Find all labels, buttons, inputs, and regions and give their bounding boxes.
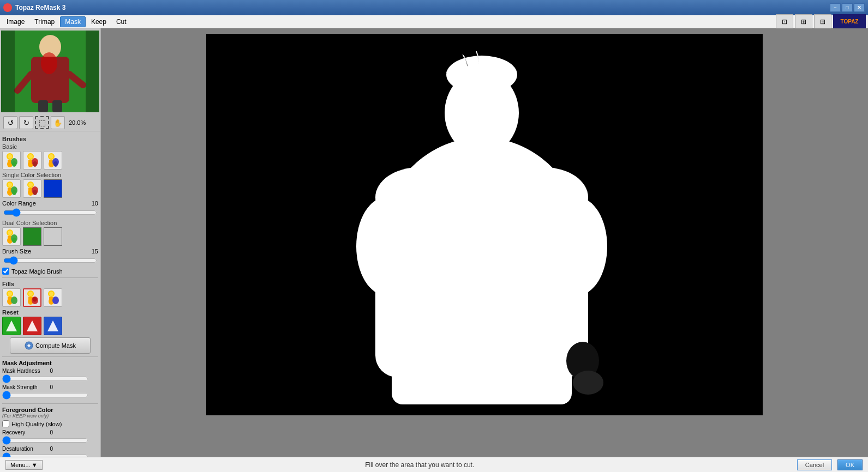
app-title: Topaz ReMask 3 bbox=[15, 4, 830, 11]
canvas-area[interactable] bbox=[101, 28, 868, 457]
svg-point-74 bbox=[384, 328, 411, 350]
rect-select-button[interactable]: ⬚ bbox=[35, 116, 49, 129]
unknown-brush-icon bbox=[45, 152, 61, 168]
menu-item-cut[interactable]: Cut bbox=[112, 17, 131, 27]
maximize-button[interactable]: □ bbox=[842, 3, 853, 12]
keep-brush-icon bbox=[3, 152, 20, 168]
hardness-row: Mask Hardness 0 bbox=[2, 368, 98, 374]
single-color-row bbox=[2, 179, 98, 198]
mask-adj-label: Mask Adjustment bbox=[2, 360, 98, 366]
preview-person-svg bbox=[1, 31, 99, 112]
recovery-slider[interactable] bbox=[2, 437, 88, 444]
reset-row bbox=[2, 317, 98, 335]
dual-color-row bbox=[2, 227, 98, 246]
dual-color-label: Dual Color Selection bbox=[2, 220, 98, 226]
fill-keep-btn[interactable] bbox=[2, 288, 21, 307]
reset-blue-icon bbox=[45, 318, 61, 334]
cancel-button[interactable]: Cancel bbox=[797, 459, 832, 470]
svg-point-18 bbox=[28, 154, 33, 159]
color-range-slider[interactable] bbox=[3, 209, 97, 216]
svg-rect-7 bbox=[1, 31, 15, 112]
view-icon-2[interactable]: ⊞ bbox=[795, 14, 812, 29]
recovery-label: Recovery bbox=[2, 429, 40, 435]
svg-point-30 bbox=[8, 183, 12, 187]
svg-point-69 bbox=[547, 197, 607, 295]
dual-swatch-gray[interactable] bbox=[44, 227, 62, 246]
preview-image[interactable] bbox=[1, 31, 99, 112]
mask-canvas[interactable] bbox=[206, 34, 763, 415]
svg-rect-5 bbox=[38, 100, 48, 112]
svg-point-36 bbox=[28, 183, 33, 187]
keep-brush-btn[interactable] bbox=[2, 151, 21, 170]
reset-blue-btn[interactable] bbox=[44, 317, 62, 335]
minimize-button[interactable]: − bbox=[830, 3, 841, 12]
brush-size-slider[interactable] bbox=[3, 257, 97, 264]
high-quality-checkbox[interactable] bbox=[2, 420, 9, 427]
fill-cut-btn[interactable] bbox=[23, 288, 41, 307]
hardness-slider[interactable] bbox=[2, 376, 88, 382]
dc-brush-btn[interactable] bbox=[2, 227, 21, 246]
menu-button[interactable]: Menu... ▼ bbox=[5, 460, 43, 470]
fill-unknown-btn[interactable] bbox=[44, 288, 62, 307]
redo-button[interactable]: ↻ bbox=[19, 116, 33, 129]
brush-size-row: Brush Size 15 bbox=[2, 248, 98, 255]
high-quality-row: High Quality (slow) bbox=[2, 420, 98, 427]
strength-slider[interactable] bbox=[2, 392, 88, 398]
sidebar-scroll[interactable]: Brushes Basic bbox=[0, 131, 100, 457]
unknown-brush-btn[interactable] bbox=[44, 151, 62, 170]
svg-rect-8 bbox=[86, 31, 99, 112]
dual-swatch-green[interactable] bbox=[23, 227, 41, 246]
cut-brush-btn[interactable] bbox=[23, 151, 41, 170]
undo-button[interactable]: ↺ bbox=[3, 116, 17, 129]
magic-brush-checkbox[interactable] bbox=[2, 268, 9, 275]
strength-label: Mask Strength bbox=[2, 384, 40, 390]
svg-point-58 bbox=[49, 292, 53, 296]
compute-mask-button[interactable]: Compute Mask bbox=[10, 337, 91, 354]
sc-cut-btn[interactable] bbox=[23, 179, 41, 198]
divider-2 bbox=[2, 356, 98, 357]
compute-mask-icon bbox=[25, 341, 33, 350]
svg-point-59 bbox=[52, 296, 59, 304]
svg-point-20 bbox=[33, 161, 37, 167]
dc-brush-icon bbox=[3, 228, 20, 245]
hardness-label: Mask Hardness bbox=[2, 368, 40, 374]
reset-green-btn[interactable] bbox=[2, 317, 21, 335]
sc-keep-btn[interactable] bbox=[2, 179, 21, 198]
status-message: Fill over the area that you want to cut. bbox=[48, 461, 792, 469]
close-button[interactable]: ✕ bbox=[854, 3, 865, 12]
fill-cut-icon bbox=[24, 289, 40, 306]
svg-point-4 bbox=[41, 52, 57, 74]
ok-button[interactable]: OK bbox=[837, 459, 863, 470]
basic-label: Basic bbox=[2, 143, 98, 150]
high-quality-label[interactable]: High Quality (slow) bbox=[11, 421, 62, 427]
svg-point-48 bbox=[8, 292, 12, 296]
sc-cut-icon bbox=[24, 180, 40, 197]
svg-point-53 bbox=[28, 292, 33, 296]
brush-size-value: 15 bbox=[85, 248, 98, 255]
menu-item-trimap[interactable]: Trimap bbox=[30, 17, 59, 27]
color-range-row: Color Range 10 bbox=[2, 200, 98, 207]
cut-brush-icon bbox=[24, 152, 40, 168]
reset-red-btn[interactable] bbox=[23, 317, 41, 335]
strength-value: 0 bbox=[42, 384, 53, 390]
magic-brush-label[interactable]: Topaz Magic Brush bbox=[11, 268, 63, 275]
reset-red-icon bbox=[25, 318, 40, 334]
hand-button[interactable]: ✋ bbox=[51, 116, 65, 129]
view-icon-1[interactable]: ⊡ bbox=[776, 14, 793, 29]
color-range-label: Color Range bbox=[2, 200, 83, 207]
status-bar: Menu... ▼ Fill over the area that you wa… bbox=[0, 457, 868, 472]
menu-item-mask[interactable]: Mask bbox=[60, 16, 86, 27]
svg-point-42 bbox=[8, 231, 12, 235]
basic-brushes-row bbox=[2, 151, 98, 170]
color-swatch-blue[interactable] bbox=[44, 179, 62, 198]
topaz-logo: TOPAZ bbox=[833, 14, 866, 29]
fill-unknown-icon bbox=[45, 289, 61, 306]
menu-item-image[interactable]: Image bbox=[2, 17, 29, 27]
view-icon-3[interactable]: ⊟ bbox=[814, 14, 831, 29]
svg-point-32 bbox=[12, 190, 16, 195]
fg-color-label: Foreground Color bbox=[2, 407, 98, 413]
left-panel: ↺ ↻ ⬚ ✋ 20.0% Brushes Basic bbox=[0, 28, 101, 457]
menu-item-keep[interactable]: Keep bbox=[87, 17, 111, 27]
app-icon bbox=[3, 3, 12, 12]
strength-row: Mask Strength 0 bbox=[2, 384, 98, 390]
